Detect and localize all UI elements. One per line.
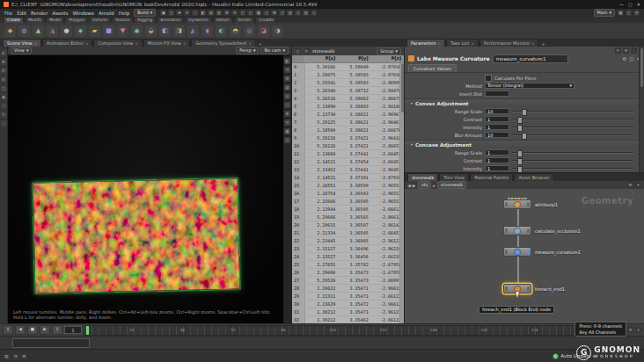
shelf-tab[interactable]: Crowds bbox=[255, 17, 277, 23]
toolbar-icon[interactable]: ◔ bbox=[633, 10, 640, 16]
spreadsheet-tool-icon[interactable]: ⟳ bbox=[304, 48, 310, 54]
status-message-field[interactable] bbox=[12, 338, 90, 348]
shelf-tool-icon[interactable]: ◐ bbox=[216, 25, 227, 37]
node-display-flag[interactable] bbox=[527, 228, 530, 233]
network-node[interactable]: measure_curvature1 bbox=[503, 247, 581, 257]
transport-button[interactable]: ▶ bbox=[40, 325, 50, 335]
table-row[interactable]: 9 5.29126 3.37421 -2.96418 bbox=[292, 134, 404, 142]
toolbar-icon[interactable]: ✚ bbox=[176, 10, 182, 16]
status-icon[interactable]: ◔ bbox=[12, 353, 18, 359]
table-row[interactable]: 14 2.14521 3.37391 -2.87910 bbox=[292, 174, 404, 182]
table-row[interactable]: 22 2.23445 3.36905 -2.96122 bbox=[292, 237, 404, 245]
shelf-tool-icon[interactable]: ◖ bbox=[201, 25, 213, 37]
table-row[interactable]: 2 5.29341 5.38583 -2.96995 bbox=[292, 79, 404, 87]
display-option-icon[interactable]: ⊞ bbox=[284, 76, 290, 82]
table-row[interactable]: 17 2.15666 3.36505 -2.96553 bbox=[292, 198, 404, 206]
pane-tab[interactable]: Geometry Spreadsheet × bbox=[191, 39, 255, 47]
pane-tab[interactable]: Parameters × bbox=[406, 39, 445, 47]
parameter-slider[interactable] bbox=[512, 149, 637, 156]
parameter-slider[interactable] bbox=[512, 132, 637, 138]
display-option-icon[interactable]: ⊡ bbox=[284, 119, 290, 126]
network-canvas[interactable]: Geometry attribvop1 bbox=[405, 189, 644, 323]
toolbar-icon[interactable]: ⊞ bbox=[223, 10, 230, 16]
toolbar-icon[interactable]: ◳ bbox=[279, 10, 285, 16]
parameters-scrollbar[interactable] bbox=[639, 47, 644, 172]
toolbar-icon[interactable]: ⟳ bbox=[184, 10, 190, 16]
node-body[interactable] bbox=[503, 199, 531, 209]
viewport-tool-icon[interactable]: ◉ bbox=[1, 94, 7, 100]
menu-item[interactable]: File bbox=[4, 11, 12, 16]
parameter-pane-icon[interactable]: ⋮ bbox=[631, 47, 637, 54]
toolbar-icon[interactable]: ▤ bbox=[208, 10, 214, 16]
scene-viewport[interactable]: View ▾ Persp ▾ No cam ▾ bbox=[8, 47, 291, 323]
table-row[interactable]: 8 1.18500 3.38821 -2.66676 bbox=[292, 127, 404, 134]
viewport-tool-icon[interactable]: ⌖ bbox=[1, 120, 7, 127]
timeline-ruler[interactable]: 24 48 72 96 120 144 168 192 216 240 bbox=[84, 325, 590, 336]
parameter-pane-icon[interactable]: ⟳ bbox=[615, 47, 621, 54]
current-frame-field[interactable]: 1 bbox=[64, 326, 82, 334]
shelf-tool-icon[interactable]: ◭ bbox=[187, 25, 199, 37]
playbar-option-icon[interactable]: ⚙ bbox=[627, 327, 633, 333]
node-bypass-flag[interactable] bbox=[505, 286, 508, 291]
shelf-tool-icon[interactable]: ◨ bbox=[173, 25, 185, 37]
table-row[interactable]: 10 5.28126 3.37421 -2.86653 bbox=[292, 142, 404, 150]
table-row[interactable]: 1 2.28075 5.38583 -2.97036 bbox=[292, 71, 404, 79]
node-display-flag[interactable] bbox=[527, 286, 530, 291]
shelf-tab[interactable]: Vellum bbox=[213, 17, 233, 23]
parameter-slider[interactable] bbox=[512, 108, 637, 114]
table-row[interactable]: 21 2.21334 3.36505 -2.66453 bbox=[292, 229, 404, 237]
parameter-slider[interactable] bbox=[512, 157, 637, 163]
menu-item[interactable]: Arnold bbox=[99, 11, 114, 16]
toolbar-icon[interactable]: ▥ bbox=[216, 10, 222, 16]
parameter-value-field[interactable] bbox=[485, 90, 509, 97]
parameter-slider[interactable] bbox=[512, 165, 637, 171]
toolbar-icon[interactable]: ◴ bbox=[295, 10, 301, 16]
toolbar-icon[interactable]: ⊟ bbox=[231, 10, 238, 16]
node-body[interactable] bbox=[503, 247, 531, 257]
status-icon[interactable]: ⊞ bbox=[21, 353, 27, 359]
parameter-value-field[interactable]: 1 bbox=[485, 165, 509, 171]
transport-button[interactable]: ⟪ bbox=[3, 325, 13, 335]
display-option-icon[interactable]: ⟲ bbox=[284, 67, 290, 73]
node-body[interactable] bbox=[503, 226, 531, 235]
playhead[interactable] bbox=[86, 326, 89, 335]
gear-icon[interactable]: ⚙ bbox=[622, 56, 626, 62]
spreadsheet-tool-icon[interactable]: ◫ bbox=[295, 48, 301, 54]
table-row[interactable]: 29 2.21311 3.35471 -2.66122 bbox=[292, 293, 404, 300]
close-tab-icon[interactable]: × bbox=[183, 41, 186, 46]
table-row[interactable]: 7 5.29125 3.38621 -2.96467 bbox=[292, 119, 404, 127]
table-row[interactable]: 32 1.39212 3.35462 -2.66122 bbox=[292, 316, 404, 323]
parameter-value-field[interactable]: 10 bbox=[485, 108, 509, 114]
toolbar-icon[interactable]: ▧ bbox=[287, 10, 293, 16]
slider-handle[interactable] bbox=[517, 117, 523, 124]
projection-selector[interactable]: Persp ▾ bbox=[236, 47, 259, 54]
playbar-option-icon[interactable]: ▾ bbox=[635, 327, 641, 333]
viewport-tool-icon[interactable]: ⟳ bbox=[1, 68, 7, 74]
display-option-icon[interactable]: ▤ bbox=[284, 84, 290, 90]
pane-tab[interactable]: Asset Browser bbox=[514, 173, 554, 181]
slider-handle[interactable] bbox=[517, 125, 523, 132]
table-row[interactable]: 18 2.13944 3.36505 -2.66612 bbox=[292, 206, 404, 214]
spreadsheet-body[interactable]: 0 5.30166 5.59049 -2.97036 1 2.28075 5.3… bbox=[292, 63, 404, 323]
network-option-icon[interactable]: ⊞ bbox=[627, 182, 633, 188]
shelf-tool-icon[interactable]: ▼ bbox=[117, 25, 128, 37]
shelf-tab[interactable]: Texture bbox=[112, 17, 133, 23]
menu-item[interactable]: Help bbox=[119, 11, 130, 16]
display-option-icon[interactable]: ▦ bbox=[284, 128, 290, 134]
desktop-selector[interactable]: Build ▾ bbox=[134, 9, 156, 17]
close-tab-icon[interactable]: × bbox=[85, 41, 88, 46]
close-tab-icon[interactable]: × bbox=[438, 41, 441, 46]
slider-handle[interactable] bbox=[517, 150, 523, 157]
close-tab-icon[interactable]: × bbox=[135, 41, 137, 46]
toolbar-icon[interactable]: ▢ bbox=[192, 10, 198, 16]
network-node[interactable]: attribvop1 bbox=[503, 199, 558, 209]
pane-tab[interactable]: Material Palette bbox=[470, 173, 513, 181]
table-row[interactable]: 25 2.27655 3.35782 -2.67958 bbox=[292, 261, 404, 269]
table-row[interactable]: 19 5.29666 3.36565 -2.86612 bbox=[292, 214, 404, 221]
shelf-tab[interactable]: Rigging bbox=[134, 17, 156, 23]
table-row[interactable]: 28 2.20622 3.35471 -2.96612 bbox=[292, 285, 404, 293]
transport-button[interactable]: ■ bbox=[27, 325, 38, 335]
calculate-per-piece-checkbox[interactable] bbox=[485, 75, 492, 82]
shelf-tab[interactable]: Modify bbox=[25, 17, 45, 23]
node-display-flag[interactable] bbox=[527, 202, 530, 206]
